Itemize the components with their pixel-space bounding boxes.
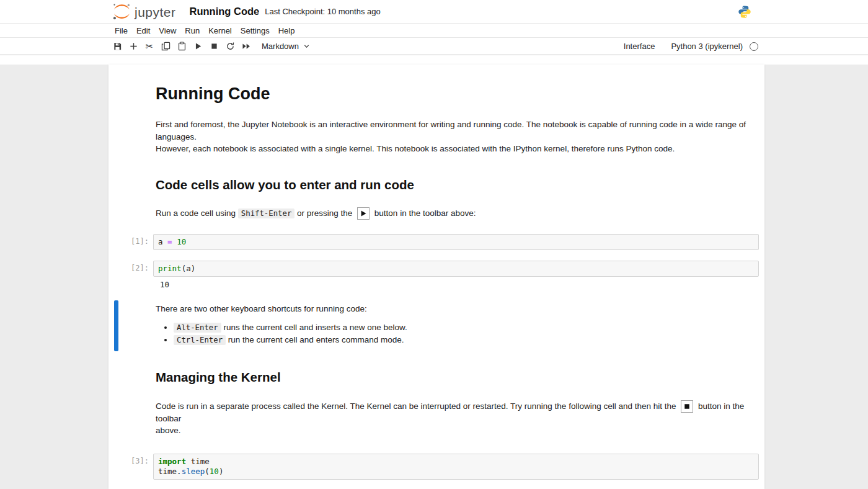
save-button[interactable] bbox=[109, 39, 125, 54]
python-icon bbox=[738, 5, 751, 19]
notebook-scroll-area[interactable]: Running Code First and foremost, the Jup… bbox=[0, 65, 868, 489]
shortcut-text: run the current cell and enters command … bbox=[226, 335, 404, 344]
list-item: Ctrl-Enter run the current cell and ente… bbox=[174, 334, 747, 346]
code-token: ( bbox=[205, 467, 210, 476]
restart-kernel-button[interactable] bbox=[222, 39, 238, 54]
code-cell-3[interactable]: [3]: import timetime.sleep(10) bbox=[108, 454, 764, 480]
code-token-number: 10 bbox=[210, 467, 219, 476]
kernel-para-line2: above. bbox=[156, 424, 747, 437]
intro-line1: First and foremost, the Jupyter Notebook… bbox=[156, 119, 747, 143]
copy-icon bbox=[161, 42, 170, 51]
code-editor[interactable]: import timetime.sleep(10) bbox=[153, 454, 759, 480]
shortcut-text: runs the current cell and inserts a new … bbox=[221, 323, 407, 332]
run-para-part3: button in the toolbar above: bbox=[372, 209, 476, 218]
notebook-title[interactable]: Running Code bbox=[190, 6, 260, 17]
code-token-builtin: print bbox=[158, 264, 182, 273]
code-token: time bbox=[186, 457, 210, 466]
code-token-property: sleep bbox=[182, 467, 205, 476]
restart-icon bbox=[226, 42, 235, 51]
markdown-cell-title[interactable]: Running Code First and foremost, the Jup… bbox=[156, 84, 747, 220]
code-cell-1[interactable]: [1]: a = 10 bbox=[108, 234, 764, 250]
notebook-toolbar: ✂ Markdown bbox=[0, 38, 868, 55]
cell-prompt: [2]: bbox=[108, 261, 153, 277]
section-heading-kernel: Managing the Kernel bbox=[156, 370, 747, 385]
selected-cell-indicator bbox=[114, 300, 118, 351]
interface-label[interactable]: Interface bbox=[624, 42, 655, 51]
menu-help[interactable]: Help bbox=[274, 25, 299, 37]
menu-run[interactable]: Run bbox=[180, 25, 204, 37]
intro-paragraph: First and foremost, the Jupyter Notebook… bbox=[156, 119, 747, 155]
intro-line2: However, each notebook is associated wit… bbox=[156, 143, 747, 155]
kernel-para-part1: Code is run in a separate process called… bbox=[156, 402, 678, 411]
jupyter-logo-icon bbox=[112, 2, 132, 20]
fast-forward-icon bbox=[241, 42, 251, 51]
shortcuts-paragraph: There are two other keyboard shortcuts f… bbox=[156, 303, 747, 315]
cell-prompt: [1]: bbox=[108, 234, 153, 250]
header-bar: jupyter Running Code Last Checkpoint: 10… bbox=[0, 0, 868, 24]
restart-run-all-button[interactable] bbox=[238, 39, 254, 54]
code-token-keyword: import bbox=[158, 457, 186, 466]
cut-button[interactable]: ✂ bbox=[141, 39, 157, 54]
interrupt-kernel-button[interactable] bbox=[206, 39, 222, 54]
cell-type-value: Markdown bbox=[262, 42, 299, 51]
notebook-panel: Running Code First and foremost, the Jup… bbox=[108, 65, 764, 489]
menu-bar: File Edit View Run Kernel Settings Help bbox=[0, 24, 868, 38]
code-token: time. bbox=[158, 467, 182, 476]
kbd-alt-enter: Alt-Enter bbox=[174, 323, 221, 333]
menu-settings[interactable]: Settings bbox=[236, 25, 274, 37]
markdown-cell-shortcuts[interactable]: There are two other keyboard shortcuts f… bbox=[108, 300, 764, 351]
kbd-shift-enter: Shift-Enter bbox=[238, 209, 294, 218]
kernel-name[interactable]: Python 3 (ipykernel) bbox=[671, 42, 743, 51]
last-checkpoint-label: Last Checkpoint: 10 months ago bbox=[265, 7, 380, 16]
code-token: (a) bbox=[182, 264, 196, 273]
stop-icon bbox=[210, 42, 219, 51]
cell-type-dropdown[interactable]: Markdown bbox=[262, 42, 310, 51]
inline-stop-button-image bbox=[681, 400, 693, 413]
menu-file[interactable]: File bbox=[110, 25, 132, 37]
kbd-ctrl-enter: Ctrl-Enter bbox=[174, 335, 226, 345]
copy-button[interactable] bbox=[157, 39, 174, 54]
menu-edit[interactable]: Edit bbox=[132, 25, 154, 37]
code-token-number: 10 bbox=[177, 237, 186, 246]
jupyter-logo[interactable]: jupyter bbox=[112, 2, 176, 20]
paste-icon bbox=[177, 42, 187, 51]
code-cell-2[interactable]: [2]: print(a) bbox=[108, 261, 764, 277]
page-title: Running Code bbox=[156, 84, 747, 104]
plus-icon bbox=[129, 42, 138, 51]
code-token-operator: = bbox=[167, 237, 177, 246]
play-icon bbox=[193, 42, 203, 51]
inline-play-button-image bbox=[357, 207, 370, 220]
run-para-part2: or pressing the bbox=[294, 209, 355, 218]
menu-kernel[interactable]: Kernel bbox=[204, 25, 236, 37]
play-icon bbox=[360, 210, 367, 217]
cell-prompt: [3]: bbox=[108, 454, 153, 480]
save-icon bbox=[113, 42, 122, 51]
code-editor[interactable]: a = 10 bbox=[153, 234, 759, 250]
chevron-down-icon bbox=[303, 43, 310, 50]
shortcuts-list: Alt-Enter runs the current cell and inse… bbox=[156, 321, 747, 346]
run-cell-button[interactable] bbox=[190, 39, 206, 54]
kernel-status-icon[interactable] bbox=[750, 42, 758, 51]
scissors-icon: ✂ bbox=[146, 42, 154, 51]
cell-output: 10 bbox=[156, 277, 764, 289]
run-para-part1: Run a code cell using bbox=[156, 209, 238, 218]
run-cell-paragraph: Run a code cell using Shift-Enter or pre… bbox=[156, 207, 747, 220]
list-item: Alt-Enter runs the current cell and inse… bbox=[174, 321, 747, 334]
kernel-paragraph: Code is run in a separate process called… bbox=[156, 400, 747, 437]
jupyter-logo-text: jupyter bbox=[135, 6, 176, 20]
menu-view[interactable]: View bbox=[154, 25, 180, 37]
markdown-cell-kernel[interactable]: Managing the Kernel Code is run in a sep… bbox=[156, 370, 747, 437]
paste-button[interactable] bbox=[174, 39, 190, 54]
add-cell-button[interactable] bbox=[125, 39, 141, 54]
code-editor[interactable]: print(a) bbox=[153, 261, 759, 277]
code-token: ) bbox=[219, 467, 224, 476]
code-token: a bbox=[158, 237, 167, 246]
section-heading-code-cells: Code cells allow you to enter and run co… bbox=[156, 177, 747, 192]
stop-icon bbox=[683, 403, 691, 410]
